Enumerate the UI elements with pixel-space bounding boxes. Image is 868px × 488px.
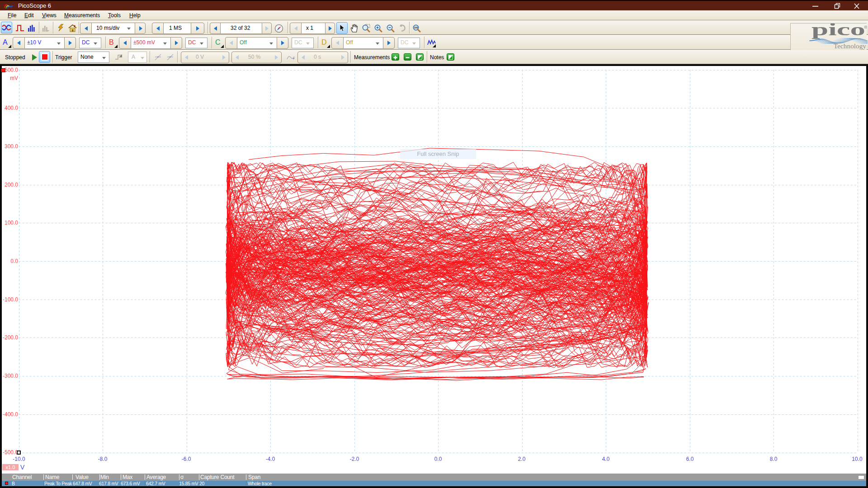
svg-text:R: R — [865, 26, 867, 28]
svg-text:100: 100 — [414, 26, 418, 29]
